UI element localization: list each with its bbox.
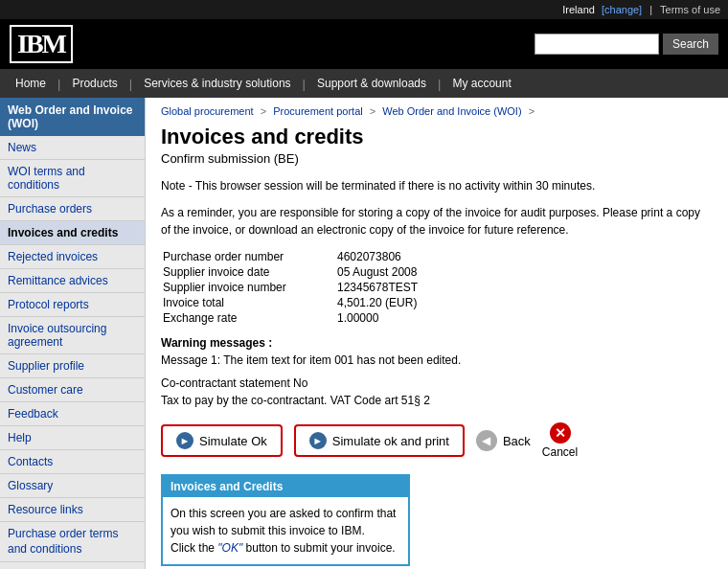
note-text: Note - This browser session will be term… — [161, 177, 713, 194]
simulate-ok-label: Simulate Ok — [199, 434, 267, 448]
sidebar-item-purchase-orders[interactable]: Purchase orders — [0, 197, 145, 221]
info-box-title: Invoices and Credits — [163, 476, 408, 497]
warning-title: Warning messages : — [161, 336, 713, 350]
info-box-text-2: Click the — [171, 541, 217, 555]
sidebar-item-feedback[interactable]: Feedback — [0, 402, 145, 426]
info-box-text-1: On this screen you are asked to confirm … — [171, 507, 396, 537]
field-label: Purchase order number — [163, 250, 335, 263]
field-label: Supplier invoice date — [163, 265, 335, 279]
nav-home[interactable]: Home — [4, 69, 57, 98]
field-value: 05 August 2008 — [337, 265, 418, 279]
nav-support[interactable]: Support & downloads — [306, 69, 438, 98]
sidebar-item-woi-terms[interactable]: WOI terms and conditions — [0, 160, 145, 197]
sidebar-item-rejected-invoices[interactable]: Rejected invoices — [0, 245, 145, 269]
sidebar-item-news[interactable]: News — [0, 136, 145, 160]
back-button[interactable]: ◀ Back — [476, 430, 531, 451]
sidebar-item-protocol-reports[interactable]: Protocol reports — [0, 293, 145, 317]
invoice-details-table: Purchase order number 4602073806 Supplie… — [161, 248, 420, 327]
cancel-group: ✕ Cancel — [542, 422, 578, 459]
sidebar-item-contacts[interactable]: Contacts — [0, 450, 145, 474]
sidebar-item-invoices-credits[interactable]: Invoices and credits — [0, 221, 145, 245]
simulate-ok-print-icon: ► — [309, 432, 327, 449]
sidebar-item-resource-links[interactable]: Resource links — [0, 498, 145, 522]
info-box: Invoices and Credits On this screen you … — [161, 474, 410, 566]
back-label: Back — [503, 434, 531, 448]
country-label: Ireland [change] — [562, 4, 642, 15]
ibm-logo: IBM — [10, 25, 73, 63]
search-input[interactable] — [535, 34, 659, 55]
info-box-ok-text: "OK" — [217, 541, 242, 555]
info-box-body: On this screen you are asked to confirm … — [163, 497, 408, 564]
header: IBM Search — [0, 19, 728, 69]
sidebar-title: Web Order and Invoice (WOI) — [0, 98, 145, 136]
table-row: Exchange rate 1.00000 — [163, 311, 418, 325]
breadcrumb-woi[interactable]: Web Order and Invoice (WOI) — [382, 105, 521, 117]
sidebar-item-po-terms[interactable]: Purchase order terms and conditions — [0, 522, 145, 562]
search-area: Search — [535, 34, 718, 55]
sidebar-item-customer-care[interactable]: Customer care — [0, 378, 145, 402]
cancel-icon[interactable]: ✕ — [550, 422, 571, 444]
table-row: Supplier invoice date 05 August 2008 — [163, 265, 418, 279]
field-value: 4,501.20 (EUR) — [337, 296, 418, 309]
breadcrumb-global-procurement[interactable]: Global procurement — [161, 105, 254, 117]
sidebar: Web Order and Invoice (WOI) News WOI ter… — [0, 98, 146, 569]
field-value: 12345678TEST — [337, 281, 418, 294]
field-value: 4602073806 — [337, 250, 418, 263]
info-box-text-3: button to submit your invoice. — [242, 541, 395, 555]
nav-account[interactable]: My account — [441, 69, 522, 98]
nav-products[interactable]: Products — [60, 69, 128, 98]
page-subtitle: Confirm submission (BE) — [161, 151, 713, 166]
warning-message: Message 1: The item text for item 001 ha… — [161, 353, 713, 367]
sidebar-item-glossary[interactable]: Glossary — [0, 474, 145, 498]
field-label: Supplier invoice number — [163, 281, 335, 294]
co-contractant-text: Co-contractant statement No — [161, 376, 713, 390]
simulate-ok-icon: ► — [176, 432, 193, 449]
tax-info-text: Tax to pay by the co-contractant. VAT Co… — [161, 394, 713, 407]
back-icon: ◀ — [476, 430, 497, 451]
sidebar-item-invoice-outsourcing[interactable]: Invoice outsourcing agreement — [0, 317, 145, 354]
field-value: 1.00000 — [337, 311, 418, 325]
nav-services[interactable]: Services & industry solutions — [132, 69, 302, 98]
page-title: Invoices and credits — [161, 125, 713, 149]
sidebar-item-help[interactable]: Help — [0, 426, 145, 450]
simulate-ok-print-label: Simulate ok and print — [332, 434, 449, 448]
table-row: Purchase order number 4602073806 — [163, 250, 418, 263]
action-buttons: ► Simulate Ok ► Simulate ok and print ◀ … — [161, 422, 713, 459]
search-button[interactable]: Search — [663, 34, 718, 55]
cancel-label: Cancel — [542, 445, 578, 459]
reminder-text: As a reminder, you are responsible for s… — [161, 204, 713, 239]
layout: Web Order and Invoice (WOI) News WOI ter… — [0, 98, 728, 569]
table-row: Supplier invoice number 12345678TEST — [163, 281, 418, 294]
main-nav: Home | Products | Services & industry so… — [0, 69, 728, 98]
breadcrumb-procurement-portal[interactable]: Procurement portal — [273, 105, 363, 117]
change-country-link[interactable]: [change] — [602, 4, 642, 15]
main-content: Global procurement > Procurement portal … — [146, 98, 728, 569]
simulate-ok-print-button[interactable]: ► Simulate ok and print — [294, 424, 465, 457]
field-label: Invoice total — [163, 296, 335, 309]
table-row: Invoice total 4,501.20 (EUR) — [163, 296, 418, 309]
sidebar-item-supplier-profile[interactable]: Supplier profile — [0, 354, 145, 378]
field-label: Exchange rate — [163, 311, 335, 325]
top-separator: | — [649, 4, 652, 15]
top-bar: Ireland [change] | Terms of use — [0, 0, 728, 19]
breadcrumb: Global procurement > Procurement portal … — [161, 105, 713, 117]
simulate-ok-button[interactable]: ► Simulate Ok — [161, 424, 283, 457]
terms-of-use-link[interactable]: Terms of use — [660, 4, 720, 15]
sidebar-item-remittance[interactable]: Remittance advices — [0, 269, 145, 293]
